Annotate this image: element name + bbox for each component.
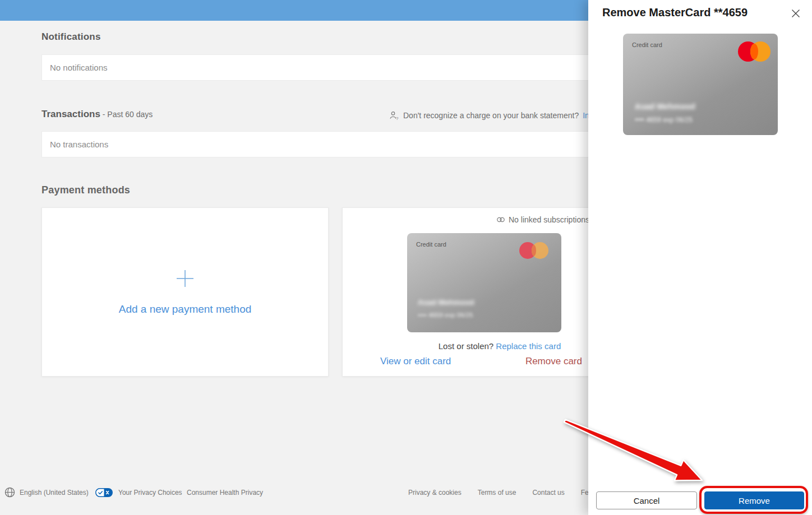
card-number-expiry-blurred: •••• 4659 exp 06/25 [418, 312, 473, 318]
panel-credit-card-type-label: Credit card [632, 41, 662, 48]
close-icon[interactable] [791, 8, 801, 18]
transactions-heading: Transactions - Past 60 days [41, 109, 153, 120]
cancel-button[interactable]: Cancel [596, 491, 697, 509]
privacy-cookies-link[interactable]: Privacy & cookies [408, 489, 462, 497]
panel-card-holder-name-blurred: Asad Mehmood [635, 102, 695, 111]
payment-options-page: Notifications No notifications Transacti… [0, 0, 812, 515]
person-question-icon: ? [389, 110, 399, 120]
link-icon [496, 215, 505, 224]
credit-card-type-label: Credit card [416, 241, 446, 248]
linked-subscriptions-text: No linked subscriptions [509, 215, 589, 224]
your-privacy-choices-link[interactable]: Your Privacy Choices [118, 489, 182, 497]
add-payment-method-label: Add a new payment method [119, 303, 252, 316]
payment-method-card-tile: No linked subscriptions Credit card Asad… [342, 207, 629, 377]
card-holder-name-blurred: Asad Mehmood [418, 298, 474, 307]
transactions-empty-text: No transactions [50, 140, 108, 149]
language-selector[interactable]: English (United States) [20, 489, 89, 497]
credit-card-image: Credit card Asad Mehmood •••• 4659 exp 0… [407, 233, 561, 332]
notifications-heading: Notifications [41, 31, 101, 43]
remove-button[interactable]: Remove [704, 491, 804, 509]
privacy-choices-icon[interactable] [95, 488, 113, 497]
transactions-period-text: - Past 60 days [100, 110, 153, 119]
footer-links: Privacy & cookies Terms of use Contact u… [408, 489, 610, 497]
remove-card-link[interactable]: Remove card [525, 356, 582, 367]
panel-card-number-expiry-blurred: •••• 4659 exp 06/25 [635, 116, 693, 124]
lost-or-stolen-text: Lost or stolen? [439, 341, 496, 351]
view-or-edit-card-link[interactable]: View or edit card [380, 356, 451, 367]
notifications-empty-text: No notifications [50, 63, 108, 72]
card-actions-row: View or edit card Remove card [380, 356, 582, 367]
replace-card-link[interactable]: Replace this card [496, 341, 561, 351]
plus-icon [175, 268, 195, 289]
panel-credit-card-image: Credit card Asad Mehmood •••• 4659 exp 0… [623, 34, 778, 135]
charge-question-row: ? Don't recognize a charge on your bank … [389, 110, 621, 120]
linked-subscriptions-row: No linked subscriptions [496, 215, 589, 224]
panel-title: Remove MasterCard **4659 [602, 6, 748, 19]
svg-text:?: ? [396, 116, 399, 120]
charge-question-text: Don't recognize a charge on your bank st… [403, 111, 579, 120]
remove-card-panel: Remove MasterCard **4659 Credit card Asa… [588, 0, 812, 515]
payment-methods-heading: Payment methods [41, 184, 130, 196]
add-payment-method-tile[interactable]: Add a new payment method [41, 207, 329, 377]
globe-icon [4, 487, 15, 498]
contact-us-link[interactable]: Contact us [532, 489, 564, 497]
terms-of-use-link[interactable]: Terms of use [478, 489, 516, 497]
transactions-heading-text: Transactions [41, 109, 100, 119]
consumer-health-privacy-link[interactable]: Consumer Health Privacy [187, 489, 263, 497]
